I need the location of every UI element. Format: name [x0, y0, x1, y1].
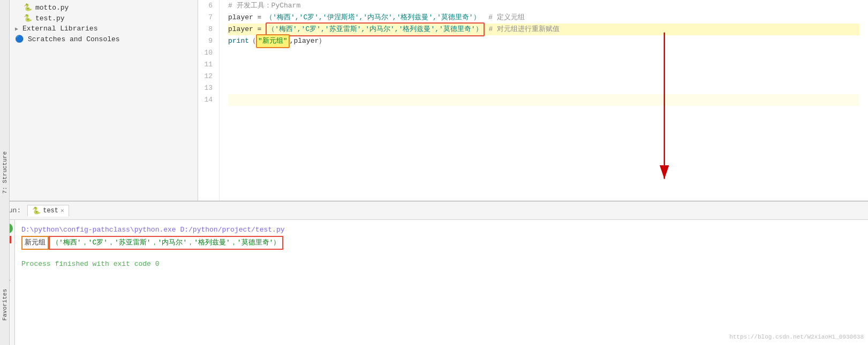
code-line-12 — [228, 71, 859, 82]
sidebar-item-scratches-label: Scratches and Consoles — [28, 35, 120, 43]
code-line-6: # 开发工具：PyCharm — [228, 0, 859, 12]
line6-comment: # 开发工具：PyCharm — [228, 0, 300, 12]
line8-comment: # 对元组进行重新赋值 — [485, 24, 560, 35]
run-tab-close[interactable]: ✕ — [61, 207, 64, 214]
code-area: 6 7 8 9 10 11 12 13 14 # 开发工具：PyCharm pl… — [198, 0, 868, 201]
code-line-9: print （ "新元组" ,player） — [228, 35, 859, 47]
favorites-tab[interactable]: Favorites — [0, 286, 10, 324]
vertical-structure-tab: 7: Structure — [0, 220, 10, 345]
favorites-tab-label[interactable]: Favorites — [1, 286, 9, 324]
code-line-14 — [228, 94, 859, 106]
scratches-icon: 🔵 — [15, 35, 24, 43]
code-line-11 — [228, 59, 859, 71]
sidebar-item-external-libraries[interactable]: ▶ External Libraries — [0, 24, 198, 34]
code-line-7: player = （'梅西','C罗','伊涅斯塔','内马尔','格列兹曼',… — [228, 12, 859, 24]
sidebar-item-test-label: test.py — [35, 14, 65, 22]
python-file-icon-2: 🐍 — [24, 14, 32, 22]
line7-var: player — [228, 12, 253, 24]
output-path-line: D:\python\config-pathclass\python.exe D:… — [21, 224, 862, 236]
editor-wrapper: 6 7 8 9 10 11 12 13 14 # 开发工具：PyCharm pl… — [198, 0, 868, 201]
output-path-text: D:\python\config-pathclass\python.exe D:… — [21, 226, 284, 234]
sidebar-item-ext-label: External Libraries — [22, 25, 97, 33]
run-tab-name: test — [43, 207, 58, 214]
sidebar-item-motto-label: motto.py — [35, 4, 69, 12]
output-result-line: 新元组 （'梅西'，'C罗'，'苏亚雷斯'，'内马尔'，'格列兹曼'，'莫德里奇… — [21, 236, 862, 250]
output-key-box: 新元组 — [21, 236, 49, 250]
output-key-text: 新元组 — [25, 237, 46, 249]
output-value-box: （'梅西'，'C罗'，'苏亚雷斯'，'内马尔'，'格列兹曼'，'莫德里奇'） — [49, 236, 283, 250]
code-line-10 — [228, 47, 859, 59]
code-lines: # 开发工具：PyCharm player = （'梅西','C罗','伊涅斯塔… — [220, 0, 868, 201]
output-exit-line: Process finished with exit code 0 — [21, 258, 862, 270]
output-exit-text: Process finished with exit code 0 — [21, 260, 159, 268]
run-tab-icon: 🐍 — [32, 206, 41, 215]
watermark: https://blog.csdn.net/W2xiaoHi_0930638 — [729, 331, 864, 343]
run-panel: Run: 🐍 test ✕ ▶ ■ ↑ ↓ ↺ ⇓ ⊟ 🗑 — [0, 201, 868, 345]
output-value-text: （'梅西'，'C罗'，'苏亚雷斯'，'内马尔'，'格列兹曼'，'莫德里奇'） — [52, 237, 280, 249]
line9-str-box: "新元组" — [256, 34, 290, 48]
sidebar-item-test[interactable]: 🐍 test.py — [0, 13, 198, 24]
line9-fn: print — [228, 35, 249, 47]
sidebar-item-motto[interactable]: 🐍 motto.py — [0, 2, 198, 13]
expand-icon: ▶ — [15, 26, 18, 32]
sidebar-item-scratches[interactable]: 🔵 Scratches and Consoles — [0, 34, 198, 44]
code-line-13 — [228, 82, 859, 94]
run-tab[interactable]: 🐍 test ✕ — [27, 205, 69, 217]
code-line-8: player = （'梅西','C罗','苏亚雷斯','内马尔','格列兹曼',… — [228, 24, 859, 35]
line8-var: player — [228, 24, 253, 35]
line-numbers: 6 7 8 9 10 11 12 13 14 — [198, 0, 220, 201]
line8-tuple-box: （'梅西','C罗','苏亚雷斯','内马尔','格列兹曼','莫德里奇'） — [266, 22, 484, 36]
python-file-icon: 🐍 — [24, 3, 32, 12]
output-area: D:\python\config-pathclass\python.exe D:… — [15, 220, 868, 345]
sidebar: 🐍 motto.py 🐍 test.py ▶ External Librarie… — [0, 0, 198, 201]
bottom-content: ▶ ■ ↑ ↓ ↺ ⇓ ⊟ 🗑 D:\python\config-pathcla… — [0, 220, 868, 345]
line7-comment: # 定义元组 — [488, 12, 525, 24]
line7-tuple: （'梅西','C罗','伊涅斯塔','内马尔','格列兹曼','莫德里奇'） — [266, 12, 480, 24]
run-toolbar: Run: 🐍 test ✕ — [0, 202, 868, 220]
